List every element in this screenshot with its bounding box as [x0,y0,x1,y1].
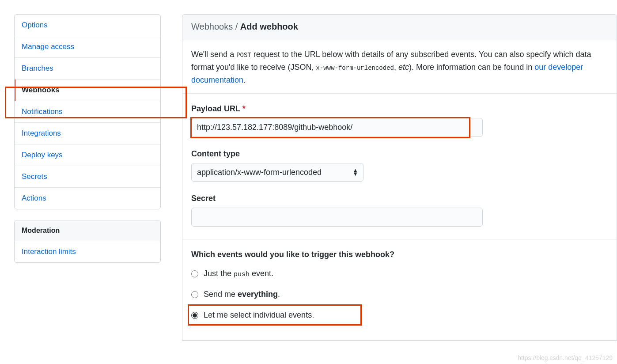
settings-sidebar: Options Manage access Branches Webhooks … [14,14,161,341]
divider [182,93,617,94]
moderation-header: Moderation [15,220,160,241]
moderation-nav: Moderation Interaction limits [14,220,161,263]
content-type-select[interactable]: application/x-www-form-urlencoded [191,163,363,182]
intro-text: We'll send a POST request to the URL bel… [191,48,608,86]
content-type-label: Content type [191,149,608,159]
breadcrumb-separator: / [233,22,240,31]
secret-label: Secret [191,194,608,203]
divider [182,239,617,239]
event-radio-individual[interactable] [191,312,198,319]
breadcrumb-current: Add webhook [240,22,298,31]
payload-url-group: Payload URL * [191,104,608,137]
sidebar-item-notifications[interactable]: Notifications [15,101,160,123]
event-option-everything[interactable]: Send me everything. [191,290,608,299]
event-option-push[interactable]: Just the push event. [191,269,608,278]
sidebar-item-webhooks[interactable]: Webhooks [15,80,160,101]
event-option-individual[interactable]: Let me select individual events. [191,311,608,320]
sidebar-item-integrations[interactable]: Integrations [15,123,160,144]
breadcrumb-parent[interactable]: Webhooks [191,22,233,31]
sidebar-item-options[interactable]: Options [15,15,160,36]
sidebar-item-manage-access[interactable]: Manage access [15,36,160,58]
sidebar-item-interaction-limits[interactable]: Interaction limits [15,241,160,262]
events-title: Which events would you like to trigger t… [191,250,608,259]
event-radio-push[interactable] [191,270,198,277]
main-content: Webhooks / Add webhook We'll send a POST… [182,14,617,341]
sidebar-item-secrets[interactable]: Secrets [15,166,160,188]
secret-group: Secret [191,194,608,227]
sidebar-item-deploy-keys[interactable]: Deploy keys [15,144,160,166]
event-radio-everything[interactable] [191,291,198,298]
sidebar-item-actions[interactable]: Actions [15,188,160,209]
code-post: POST [236,52,251,59]
panel-body: We'll send a POST request to the URL bel… [182,39,617,341]
page-subhead: Webhooks / Add webhook [182,14,617,39]
payload-url-input[interactable] [191,118,483,137]
code-urlencoded: x-www-form-urlencoded [316,64,394,72]
required-mark: * [242,104,246,113]
content-type-group: Content type application/x-www-form-urle… [191,149,608,182]
sidebar-item-branches[interactable]: Branches [15,58,160,80]
secret-input[interactable] [191,208,483,227]
payload-url-label: Payload URL * [191,104,608,114]
settings-nav: Options Manage access Branches Webhooks … [14,14,161,209]
